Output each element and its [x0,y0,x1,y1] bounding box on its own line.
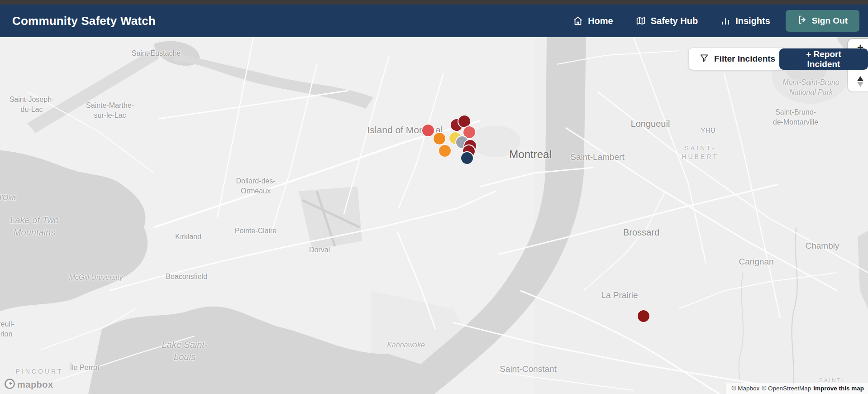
compass-needle-icon [856,76,864,90]
attribution-mapbox[interactable]: © Mapbox [731,385,759,392]
home-icon [573,16,583,26]
nav-item-label: Home [588,16,613,26]
attribution-osm[interactable]: © OpenStreetMap [762,385,811,392]
map-base-art [0,37,868,394]
sign-out-icon [797,15,807,27]
map-canvas[interactable]: Saint-EustacheSaint-Joseph- du-LacSainte… [0,37,868,394]
nav-item-label: Safety Hub [651,16,698,26]
incident-marker[interactable] [460,151,474,165]
incident-marker[interactable] [433,132,446,145]
improve-this-map-link[interactable]: Improve this map [813,385,864,392]
community-safety-watch-app: Community Safety Watch HomeSafety HubIns… [0,0,868,394]
mapbox-logo-icon [5,379,15,391]
map-attribution: © Mapbox © OpenStreetMap Improve this ma… [726,383,868,394]
nav-item-safety-hub[interactable]: Safety Hub [636,16,698,26]
incident-marker[interactable] [637,309,650,323]
mapbox-logo[interactable]: mapbox [5,379,53,391]
sign-out-button[interactable]: Sign Out [786,10,859,32]
incident-marker[interactable] [438,144,452,158]
window-top-strip [0,0,868,5]
funnel-icon [700,53,709,65]
compass-button[interactable] [848,74,868,91]
app-header: Community Safety Watch HomeSafety HubIns… [0,5,868,37]
app-title: Community Safety Watch [12,14,156,28]
main-nav: HomeSafety HubInsights [573,16,770,26]
report-incident-button[interactable]: + Report Incident [779,48,868,70]
filter-incidents-button[interactable]: Filter Incidents [689,48,786,70]
bar-chart-icon [720,16,730,26]
nav-item-insights[interactable]: Insights [720,16,770,26]
map-icon [636,16,646,26]
sign-out-label: Sign Out [812,16,848,26]
nav-item-home[interactable]: Home [573,16,613,26]
filter-incidents-label: Filter Incidents [714,54,775,64]
nav-item-label: Insights [735,16,770,26]
mapbox-logo-text: mapbox [17,380,53,390]
